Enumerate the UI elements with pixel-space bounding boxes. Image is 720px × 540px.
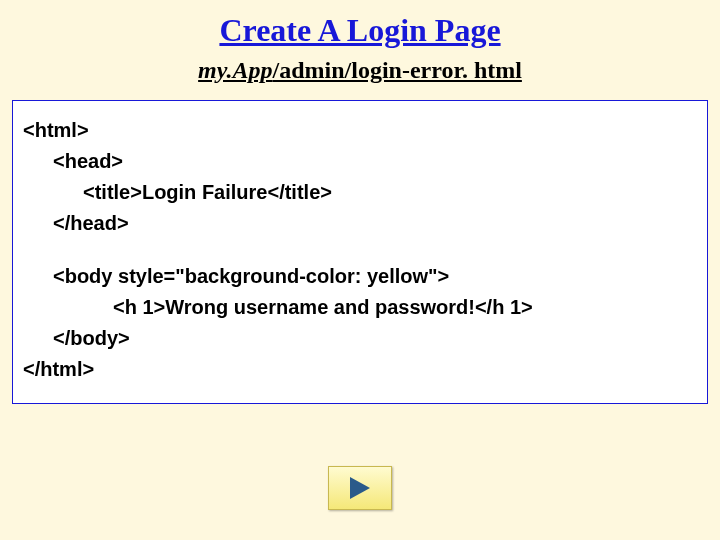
page-title: Create A Login Page bbox=[0, 0, 720, 57]
code-line: <html> bbox=[23, 115, 697, 146]
subtitle-path: /admin/login-error. html bbox=[273, 57, 522, 83]
code-line: </html> bbox=[23, 354, 697, 385]
code-line: <h 1>Wrong username and password!</h 1> bbox=[23, 292, 697, 323]
play-icon bbox=[350, 477, 370, 499]
code-line: </head> bbox=[23, 208, 697, 239]
code-box: <html> <head> <title>Login Failure</titl… bbox=[12, 100, 708, 404]
page-subtitle: my.App/admin/login-error. html bbox=[0, 57, 720, 100]
blank-line bbox=[23, 239, 697, 261]
code-line: </body> bbox=[23, 323, 697, 354]
code-line: <body style="background-color: yellow"> bbox=[23, 261, 697, 292]
subtitle-app-name: my.App bbox=[198, 57, 272, 83]
code-line: <title>Login Failure</title> bbox=[23, 177, 697, 208]
next-slide-button[interactable] bbox=[328, 466, 392, 510]
svg-marker-0 bbox=[350, 477, 370, 499]
code-line: <head> bbox=[23, 146, 697, 177]
